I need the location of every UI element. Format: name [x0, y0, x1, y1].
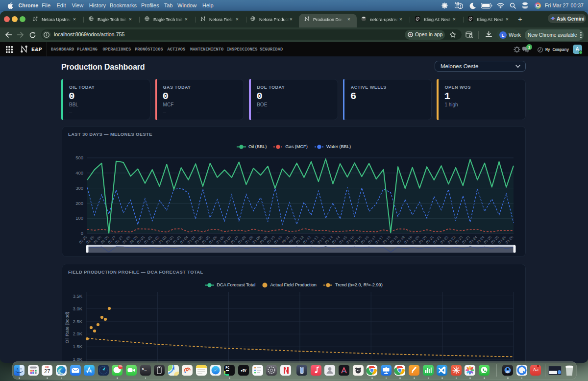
svg-text:3.0K: 3.0K	[73, 306, 82, 311]
svg-text:2.5K: 2.5K	[73, 319, 82, 324]
svg-text:03-10: 03-10	[273, 235, 283, 245]
svg-text:400: 400	[75, 170, 83, 176]
svg-text:03-26: 03-26	[504, 235, 514, 245]
svg-text:200: 200	[75, 201, 83, 206]
svg-text:100: 100	[75, 215, 83, 221]
svg-text:0: 0	[81, 230, 83, 236]
svg-text:03-11: 03-11	[281, 235, 291, 245]
svg-text:1.5K: 1.5K	[73, 344, 82, 349]
svg-text:3.5K: 3.5K	[73, 293, 82, 299]
svg-text:Oil Rate (bopd): Oil Rate (bopd)	[64, 312, 70, 343]
svg-text:2.0K: 2.0K	[73, 331, 82, 336]
svg-text:500: 500	[75, 155, 83, 160]
svg-text:300: 300	[75, 185, 83, 191]
